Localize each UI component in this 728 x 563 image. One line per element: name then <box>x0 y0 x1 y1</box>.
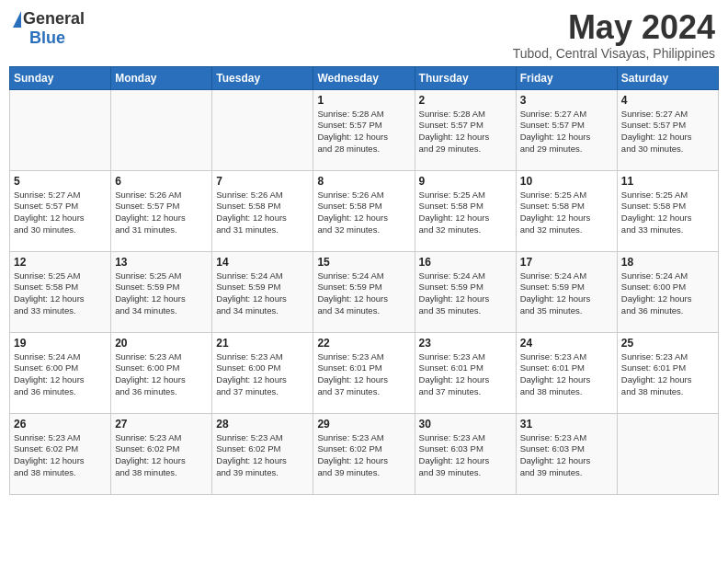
calendar-cell: 11Sunrise: 5:25 AM Sunset: 5:58 PM Dayli… <box>617 170 718 251</box>
month-title: May 2024 <box>513 9 715 46</box>
day-info: Sunrise: 5:26 AM Sunset: 5:58 PM Dayligh… <box>216 190 309 236</box>
day-info: Sunrise: 5:28 AM Sunset: 5:57 PM Dayligh… <box>317 109 410 155</box>
calendar-cell: 4Sunrise: 5:27 AM Sunset: 5:57 PM Daylig… <box>617 89 718 170</box>
logo-general: General <box>23 9 85 29</box>
day-info: Sunrise: 5:26 AM Sunset: 5:58 PM Dayligh… <box>317 190 410 236</box>
calendar-cell: 25Sunrise: 5:23 AM Sunset: 6:01 PM Dayli… <box>617 332 718 413</box>
calendar-cell: 16Sunrise: 5:24 AM Sunset: 5:59 PM Dayli… <box>415 251 516 332</box>
day-info: Sunrise: 5:23 AM Sunset: 6:02 PM Dayligh… <box>14 432 107 479</box>
calendar-header: SundayMondayTuesdayWednesdayThursdayFrid… <box>10 66 719 89</box>
day-number: 31 <box>520 418 613 431</box>
calendar-cell <box>10 89 111 170</box>
day-number: 6 <box>115 175 208 188</box>
header-right: May 2024 Tubod, Central Visayas, Philipp… <box>513 9 715 61</box>
day-info: Sunrise: 5:24 AM Sunset: 5:59 PM Dayligh… <box>419 270 512 317</box>
calendar-cell: 20Sunrise: 5:23 AM Sunset: 6:00 PM Dayli… <box>111 332 212 413</box>
calendar-cell: 23Sunrise: 5:23 AM Sunset: 6:01 PM Dayli… <box>415 332 516 413</box>
calendar-cell: 2Sunrise: 5:28 AM Sunset: 5:57 PM Daylig… <box>415 89 516 170</box>
calendar-cell: 1Sunrise: 5:28 AM Sunset: 5:57 PM Daylig… <box>313 89 415 170</box>
day-info: Sunrise: 5:28 AM Sunset: 5:57 PM Dayligh… <box>419 109 512 155</box>
day-info: Sunrise: 5:23 AM Sunset: 6:00 PM Dayligh… <box>115 351 208 398</box>
calendar-cell <box>617 413 718 494</box>
day-info: Sunrise: 5:23 AM Sunset: 6:01 PM Dayligh… <box>520 351 613 398</box>
week-row: 19Sunrise: 5:24 AM Sunset: 6:00 PM Dayli… <box>10 332 719 413</box>
day-info: Sunrise: 5:24 AM Sunset: 5:59 PM Dayligh… <box>520 270 613 317</box>
week-row: 26Sunrise: 5:23 AM Sunset: 6:02 PM Dayli… <box>10 413 719 494</box>
calendar-cell <box>111 89 212 170</box>
day-number: 2 <box>419 94 512 107</box>
week-row: 1Sunrise: 5:28 AM Sunset: 5:57 PM Daylig… <box>10 89 719 170</box>
day-number: 4 <box>621 94 714 107</box>
calendar-cell: 29Sunrise: 5:23 AM Sunset: 6:02 PM Dayli… <box>313 413 415 494</box>
day-number: 8 <box>317 175 410 188</box>
day-number: 5 <box>14 175 107 188</box>
column-header-sunday: Sunday <box>10 66 111 89</box>
day-info: Sunrise: 5:23 AM Sunset: 6:02 PM Dayligh… <box>115 432 208 479</box>
week-row: 5Sunrise: 5:27 AM Sunset: 5:57 PM Daylig… <box>10 170 719 251</box>
day-number: 17 <box>520 256 613 269</box>
calendar-cell: 22Sunrise: 5:23 AM Sunset: 6:01 PM Dayli… <box>313 332 415 413</box>
calendar-cell: 24Sunrise: 5:23 AM Sunset: 6:01 PM Dayli… <box>516 332 617 413</box>
day-number: 14 <box>216 256 309 269</box>
calendar-cell: 13Sunrise: 5:25 AM Sunset: 5:59 PM Dayli… <box>111 251 212 332</box>
day-info: Sunrise: 5:24 AM Sunset: 5:59 PM Dayligh… <box>216 270 309 317</box>
calendar-table: SundayMondayTuesdayWednesdayThursdayFrid… <box>9 66 719 495</box>
day-info: Sunrise: 5:23 AM Sunset: 6:00 PM Dayligh… <box>216 351 309 398</box>
calendar-cell: 18Sunrise: 5:24 AM Sunset: 6:00 PM Dayli… <box>617 251 718 332</box>
calendar-cell: 9Sunrise: 5:25 AM Sunset: 5:58 PM Daylig… <box>415 170 516 251</box>
day-info: Sunrise: 5:24 AM Sunset: 6:00 PM Dayligh… <box>14 351 107 398</box>
day-number: 24 <box>520 337 613 350</box>
day-number: 23 <box>419 337 512 350</box>
week-row: 12Sunrise: 5:25 AM Sunset: 5:58 PM Dayli… <box>10 251 719 332</box>
day-number: 22 <box>317 337 410 350</box>
column-header-monday: Monday <box>111 66 212 89</box>
day-number: 30 <box>419 418 512 431</box>
day-info: Sunrise: 5:27 AM Sunset: 5:57 PM Dayligh… <box>621 109 714 155</box>
day-info: Sunrise: 5:23 AM Sunset: 6:01 PM Dayligh… <box>317 351 410 398</box>
day-info: Sunrise: 5:27 AM Sunset: 5:57 PM Dayligh… <box>520 109 613 155</box>
day-info: Sunrise: 5:27 AM Sunset: 5:57 PM Dayligh… <box>14 190 107 236</box>
calendar-cell: 8Sunrise: 5:26 AM Sunset: 5:58 PM Daylig… <box>313 170 415 251</box>
logo-blue: Blue <box>29 29 65 48</box>
day-number: 9 <box>419 175 512 188</box>
day-number: 1 <box>317 94 410 107</box>
day-info: Sunrise: 5:23 AM Sunset: 6:01 PM Dayligh… <box>621 351 714 398</box>
day-number: 15 <box>317 256 410 269</box>
day-info: Sunrise: 5:25 AM Sunset: 5:58 PM Dayligh… <box>621 190 714 236</box>
day-number: 13 <box>115 256 208 269</box>
column-header-saturday: Saturday <box>617 66 718 89</box>
calendar-cell: 19Sunrise: 5:24 AM Sunset: 6:00 PM Dayli… <box>10 332 111 413</box>
calendar-cell: 27Sunrise: 5:23 AM Sunset: 6:02 PM Dayli… <box>111 413 212 494</box>
day-info: Sunrise: 5:25 AM Sunset: 5:59 PM Dayligh… <box>115 270 208 317</box>
calendar-cell: 14Sunrise: 5:24 AM Sunset: 5:59 PM Dayli… <box>212 251 313 332</box>
day-info: Sunrise: 5:23 AM Sunset: 6:02 PM Dayligh… <box>317 432 410 479</box>
day-number: 10 <box>520 175 613 188</box>
day-number: 26 <box>14 418 107 431</box>
day-info: Sunrise: 5:25 AM Sunset: 5:58 PM Dayligh… <box>419 190 512 236</box>
day-info: Sunrise: 5:24 AM Sunset: 5:59 PM Dayligh… <box>317 270 410 317</box>
day-number: 3 <box>520 94 613 107</box>
calendar-cell: 10Sunrise: 5:25 AM Sunset: 5:58 PM Dayli… <box>516 170 617 251</box>
calendar-cell: 7Sunrise: 5:26 AM Sunset: 5:58 PM Daylig… <box>212 170 313 251</box>
day-number: 20 <box>115 337 208 350</box>
calendar-cell: 28Sunrise: 5:23 AM Sunset: 6:02 PM Dayli… <box>212 413 313 494</box>
calendar-cell: 17Sunrise: 5:24 AM Sunset: 5:59 PM Dayli… <box>516 251 617 332</box>
calendar-cell: 3Sunrise: 5:27 AM Sunset: 5:57 PM Daylig… <box>516 89 617 170</box>
day-info: Sunrise: 5:25 AM Sunset: 5:58 PM Dayligh… <box>520 190 613 236</box>
calendar-cell <box>212 89 313 170</box>
calendar-cell: 26Sunrise: 5:23 AM Sunset: 6:02 PM Dayli… <box>10 413 111 494</box>
calendar-cell: 12Sunrise: 5:25 AM Sunset: 5:58 PM Dayli… <box>10 251 111 332</box>
column-header-tuesday: Tuesday <box>212 66 313 89</box>
calendar-cell: 31Sunrise: 5:23 AM Sunset: 6:03 PM Dayli… <box>516 413 617 494</box>
location: Tubod, Central Visayas, Philippines <box>513 46 715 61</box>
day-info: Sunrise: 5:24 AM Sunset: 6:00 PM Dayligh… <box>621 270 714 317</box>
day-info: Sunrise: 5:23 AM Sunset: 6:03 PM Dayligh… <box>520 432 613 479</box>
day-number: 21 <box>216 337 309 350</box>
day-info: Sunrise: 5:25 AM Sunset: 5:58 PM Dayligh… <box>14 270 107 317</box>
day-info: Sunrise: 5:23 AM Sunset: 6:01 PM Dayligh… <box>419 351 512 398</box>
day-info: Sunrise: 5:23 AM Sunset: 6:03 PM Dayligh… <box>419 432 512 479</box>
day-number: 25 <box>621 337 714 350</box>
day-number: 7 <box>216 175 309 188</box>
day-number: 27 <box>115 418 208 431</box>
page-header: General Blue May 2024 Tubod, Central Vis… <box>9 9 719 61</box>
